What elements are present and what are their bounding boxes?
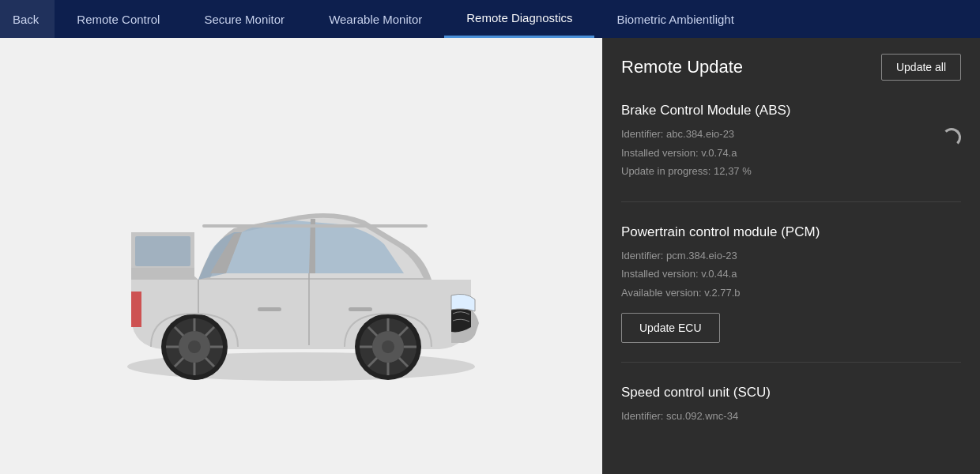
svg-point-10 <box>382 340 394 353</box>
main-content: Remote Update Update all Brake Control M… <box>0 38 980 474</box>
svg-point-22 <box>188 340 201 353</box>
remote-update-header: Remote Update Update all <box>621 54 961 81</box>
nav-item-remote-control[interactable]: Remote Control <box>55 0 182 38</box>
nav-item-remote-diagnostics[interactable]: Remote Diagnostics <box>444 0 594 38</box>
svg-rect-4 <box>258 307 281 311</box>
module-1-row: Identifier: abc.384.eio-23 Installed ver… <box>621 126 961 182</box>
left-panel <box>0 38 602 474</box>
svg-rect-5 <box>349 307 372 311</box>
pcm-identifier: Identifier: pcm.384.eio-23 <box>621 248 961 264</box>
module-card-pcm: Powertrain control module (PCM) Identifi… <box>621 224 961 363</box>
nav-item-wearable-monitor[interactable]: Wearable Monitor <box>307 0 444 38</box>
svg-rect-6 <box>202 224 428 228</box>
module-1-details: Identifier: abc.384.eio-23 Installed ver… <box>621 126 942 182</box>
module-card-scu: Speed control unit (SCU) Identifier: scu… <box>621 385 961 446</box>
abs-spinner <box>942 128 961 147</box>
svg-rect-1 <box>135 236 190 266</box>
module-card-abs: Brake Control Module (ABS) Identifier: a… <box>621 103 961 202</box>
scu-identifier: Identifier: scu.092.wnc-34 <box>621 408 961 424</box>
nav-item-biometric-ambientlight[interactable]: Biometric Ambientlight <box>594 0 756 38</box>
nav-bar: Back Remote Control Secure Monitor Weara… <box>0 0 980 38</box>
nav-item-secure-monitor[interactable]: Secure Monitor <box>182 0 307 38</box>
module-name-pcm: Powertrain control module (PCM) <box>621 224 961 240</box>
module-name-abs: Brake Control Module (ABS) <box>621 103 961 118</box>
update-all-button[interactable]: Update all <box>881 54 961 81</box>
abs-installed: Installed version: v.0.74.a <box>621 145 942 161</box>
right-panel: Remote Update Update all Brake Control M… <box>602 38 980 474</box>
abs-status: Update in progress: 12,37 % <box>621 164 942 179</box>
update-ecu-button[interactable]: Update ECU <box>621 313 720 343</box>
pcm-available: Available version: v.2.77.b <box>621 285 961 301</box>
module-name-scu: Speed control unit (SCU) <box>621 385 961 401</box>
car-image <box>72 122 530 390</box>
remote-update-title: Remote Update <box>621 57 743 77</box>
nav-item-back[interactable]: Back <box>0 0 55 38</box>
pcm-installed: Installed version: v.0.44.a <box>621 266 961 282</box>
abs-identifier: Identifier: abc.384.eio-23 <box>621 126 942 142</box>
car-image-container <box>64 98 538 414</box>
